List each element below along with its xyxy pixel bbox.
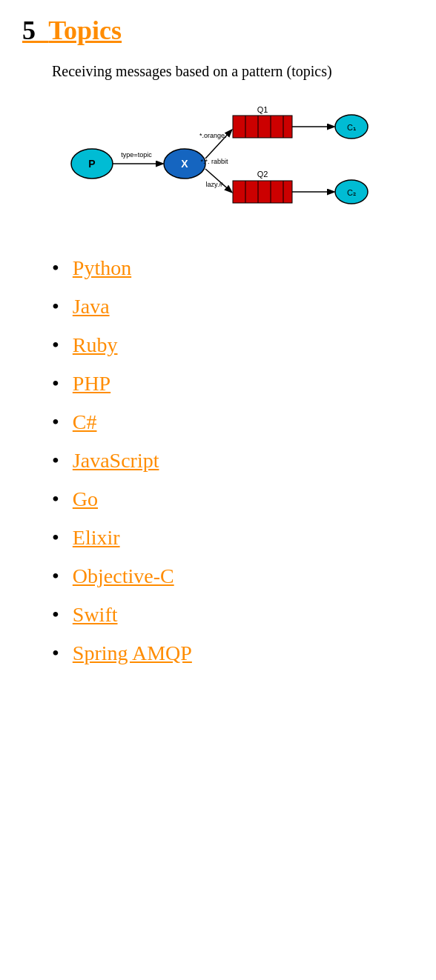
topic-link[interactable]: Ruby (73, 333, 118, 357)
topic-link[interactable]: Spring AMQP (73, 641, 192, 665)
topic-link[interactable]: Elixir (73, 526, 120, 550)
list-item: PHP (52, 372, 414, 396)
svg-text:X: X (181, 158, 188, 170)
list-item: Ruby (52, 333, 414, 357)
section-title-text: Topics (48, 16, 122, 45)
list-item: Java (52, 295, 414, 319)
topic-link[interactable]: Go (73, 487, 98, 511)
topic-link[interactable]: C# (73, 410, 97, 434)
svg-text:C₁: C₁ (347, 123, 356, 132)
topic-link[interactable]: Java (73, 295, 110, 319)
topics-diagram: Q1 Q2 P X C₁ C₂ (62, 99, 374, 233)
svg-text:lazy.#: lazy.# (206, 181, 223, 188)
list-item: Go (52, 487, 414, 511)
list-item: Objective-C (52, 564, 414, 588)
page-title: 5 Topics (22, 15, 414, 46)
topic-link[interactable]: Python (73, 256, 131, 280)
list-item: Python (52, 256, 414, 280)
topic-link[interactable]: Objective-C (73, 564, 174, 588)
list-item: Swift (52, 603, 414, 627)
svg-text:type=topic: type=topic (121, 151, 152, 159)
list-item: Spring AMQP (52, 641, 414, 665)
topic-link[interactable]: Swift (73, 603, 118, 627)
topics-list: PythonJavaRubyPHPC#JavaScriptGoElixirObj… (52, 256, 414, 665)
svg-text:P: P (88, 158, 95, 170)
topic-link[interactable]: JavaScript (73, 449, 159, 473)
svg-text:C₂: C₂ (347, 188, 356, 197)
q2-label: Q2 (257, 170, 268, 179)
subtitle: Receiving messages based on a pattern (t… (52, 61, 414, 81)
section-number: 5 (22, 16, 36, 45)
q1-label: Q1 (257, 105, 268, 114)
topic-link[interactable]: PHP (73, 372, 110, 396)
svg-text:*.orange.*: *.orange.* (199, 132, 230, 139)
svg-text:*.*. rabbit: *.*. rabbit (200, 158, 228, 165)
list-item: Elixir (52, 526, 414, 550)
list-item: JavaScript (52, 449, 414, 473)
list-item: C# (52, 410, 414, 434)
